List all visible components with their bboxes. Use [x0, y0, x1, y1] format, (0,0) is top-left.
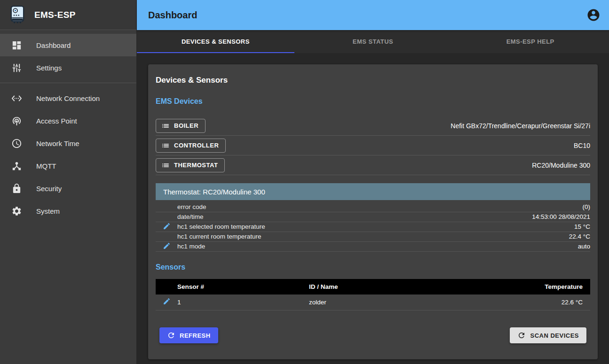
edit-cell — [156, 222, 177, 232]
edit-value-button[interactable] — [163, 222, 171, 230]
sidebar-item-network-connection[interactable]: Network Connection — [0, 87, 136, 109]
edit-cell — [156, 212, 177, 222]
devices-sensors-card: Devices & Sensors EMS Devices BOILER Nef… — [148, 64, 598, 359]
nav-group-config: Network Connection Access Point Network … — [0, 83, 136, 226]
boiler-icon — [8, 5, 27, 25]
sidebar-item-security[interactable]: Security — [0, 177, 136, 200]
device-row-controller: CONTROLLER BC10 — [156, 136, 590, 155]
temperature-header: Temperature — [418, 279, 590, 294]
sensors-header-row: Sensor # ID / Name Temperature — [156, 279, 590, 294]
tab-devices-sensors[interactable]: DEVICES & SENSORS — [137, 30, 294, 53]
sidebar-item-label: MQTT — [36, 162, 56, 170]
tune-icon — [11, 62, 22, 73]
device-detail-table: error code (0) date/time 14:53:00 28/08/… — [156, 202, 590, 252]
edit-value-button[interactable] — [163, 242, 171, 250]
detail-name: hc1 mode — [177, 241, 426, 251]
sensor-number-header: Sensor # — [177, 279, 309, 294]
sidebar-item-dashboard[interactable]: Dashboard — [0, 34, 136, 56]
device-detail-title: Thermostat: RC20/Moduline 300 — [163, 188, 265, 196]
sensors-table: Sensor # ID / Name Temperature 1 zolder — [156, 279, 590, 311]
edit-cell — [156, 294, 177, 310]
refresh-icon — [167, 331, 175, 340]
boiler-device-button[interactable]: BOILER — [156, 119, 206, 133]
sidebar-item-access-point[interactable]: Access Point — [0, 109, 136, 132]
tab-label: EMS STATUS — [353, 38, 393, 45]
detail-name: error code — [177, 202, 426, 212]
lock-icon — [11, 183, 22, 194]
edit-pencil-icon — [163, 222, 171, 230]
sidebar-item-network-time[interactable]: Network Time — [0, 132, 136, 155]
ems-devices-heading: EMS Devices — [156, 97, 590, 106]
card-title: Devices & Sensors — [156, 76, 590, 85]
sidebar-item-mqtt[interactable]: MQTT — [0, 155, 136, 177]
thermostat-device-button[interactable]: THERMOSTAT — [156, 158, 225, 172]
detail-value: 15 °C — [426, 222, 590, 232]
detail-row: hc1 current room temperature 22.4 °C — [156, 232, 590, 241]
device-row-boiler: BOILER Nefit GBx72/Trendline/Cerapur/Gre… — [156, 116, 590, 136]
tab-ems-status[interactable]: EMS STATUS — [294, 30, 452, 53]
sensor-row: 1 zolder 22.6 °C — [156, 294, 590, 310]
sidebar-item-label: Network Connection — [36, 94, 100, 102]
controller-device-button[interactable]: CONTROLLER — [156, 139, 226, 153]
detail-value: 22.4 °C — [426, 232, 590, 241]
nav-group-main: Dashboard Settings — [0, 30, 136, 83]
edit-pencil-icon — [163, 242, 171, 250]
sidebar-item-label: Settings — [36, 64, 62, 72]
device-model: RC20/Moduline 300 — [532, 162, 590, 169]
device-row-thermostat: THERMOSTAT RC20/Moduline 300 — [156, 155, 590, 175]
list-icon — [161, 141, 170, 150]
sidebar-item-label: Access Point — [36, 117, 77, 125]
device-model: Nefit GBx72/Trendline/Cerapur/Greenstar … — [451, 122, 590, 130]
main-area: Dashboard DEVICES & SENSORS EMS STATUS E… — [137, 0, 609, 364]
wifi-tethering-icon — [11, 116, 22, 126]
app-title: EMS-ESP — [34, 10, 76, 20]
sensor-number: 1 — [177, 294, 309, 310]
edit-sensor-button[interactable] — [163, 297, 171, 305]
account-circle-icon[interactable] — [586, 8, 601, 22]
edit-pencil-icon — [163, 297, 171, 305]
refresh-icon — [517, 331, 526, 340]
page-title: Dashboard — [148, 10, 586, 21]
sidebar-item-label: Dashboard — [36, 41, 71, 49]
list-icon — [161, 161, 170, 170]
sidebar-item-settings[interactable]: Settings — [0, 56, 136, 79]
sidebar-item-system[interactable]: System — [0, 200, 136, 222]
device-button-label: CONTROLLER — [174, 142, 219, 149]
list-icon — [161, 122, 170, 130]
sensor-name: zolder — [309, 294, 418, 310]
dashboard-icon — [11, 40, 22, 51]
detail-name: hc1 selected room temperature — [177, 222, 426, 232]
detail-row: hc1 mode auto — [156, 241, 590, 251]
clock-icon — [11, 138, 22, 149]
sidebar-item-label: System — [36, 207, 60, 215]
device-detail-header: Thermostat: RC20/Moduline 300 — [156, 183, 590, 200]
refresh-button-label: REFRESH — [180, 332, 211, 339]
appbar: Dashboard — [137, 0, 609, 30]
content-area: Devices & Sensors EMS Devices BOILER Nef… — [137, 53, 609, 364]
scan-devices-button-label: SCAN DEVICES — [530, 332, 579, 339]
tab-label: EMS-ESP HELP — [506, 38, 554, 45]
scan-devices-button[interactable]: SCAN DEVICES — [510, 327, 586, 343]
detail-value: auto — [426, 241, 590, 251]
sensor-temperature: 22.6 °C — [418, 294, 590, 310]
tab-ems-esp-help[interactable]: EMS-ESP HELP — [451, 30, 609, 53]
device-model: BC10 — [574, 142, 590, 149]
refresh-button[interactable]: REFRESH — [159, 327, 218, 343]
id-name-header: ID / Name — [309, 279, 418, 294]
detail-name: date/time — [177, 212, 426, 222]
detail-value: (0) — [426, 202, 590, 212]
detail-row: error code (0) — [156, 202, 590, 212]
device-button-label: BOILER — [174, 122, 198, 129]
sidebar-item-label: Security — [36, 185, 62, 193]
edit-cell — [156, 232, 177, 241]
detail-name: hc1 current room temperature — [177, 232, 426, 241]
edit-cell — [156, 202, 177, 212]
device-hub-icon — [11, 161, 22, 171]
detail-row: date/time 14:53:00 28/08/2021 — [156, 212, 590, 222]
detail-row: hc1 selected room temperature 15 °C — [156, 222, 590, 232]
sidebar: EMS-ESP Dashboard Settings Network Conne… — [0, 0, 137, 364]
gear-icon — [11, 206, 22, 217]
device-button-label: THERMOSTAT — [174, 162, 218, 169]
actions-bar: REFRESH SCAN DEVICES — [156, 327, 590, 343]
sidebar-header: EMS-ESP — [0, 0, 136, 30]
